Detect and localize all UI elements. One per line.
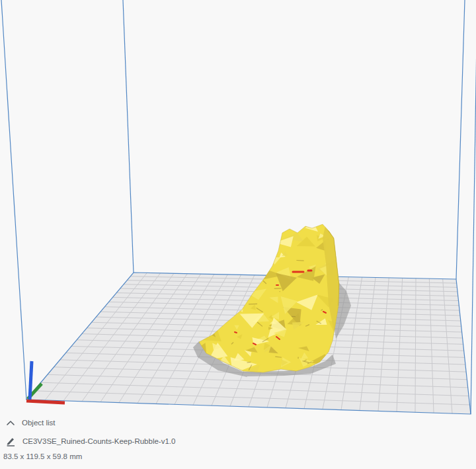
pencil-icon (6, 436, 16, 447)
object-list-label: Object list (22, 419, 56, 427)
chevron-up-icon (6, 420, 15, 426)
object-name: CE3V3SE_Ruined-Counts-Keep-Rubble-v1.0 (22, 437, 175, 445)
object-list-toggle[interactable]: Object list (6, 419, 151, 427)
build-plate-scene[interactable] (0, 0, 476, 469)
viewport-3d[interactable]: Object list CE3V3SE_Ruined-Counts-Keep-R… (0, 0, 476, 469)
object-list-item[interactable]: CE3V3SE_Ruined-Counts-Keep-Rubble-v1.0 (6, 436, 270, 447)
